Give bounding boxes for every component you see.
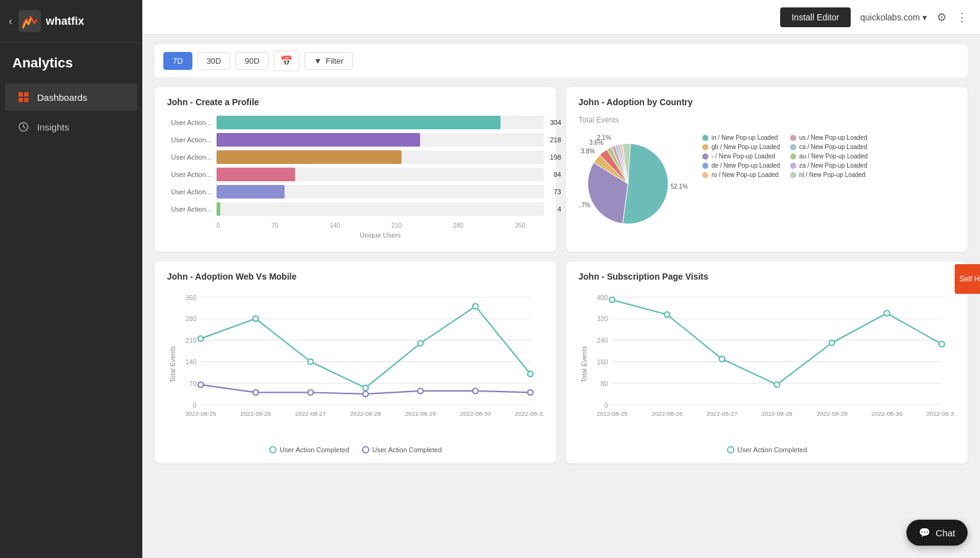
line-legend-dot (362, 446, 369, 453)
more-options-icon[interactable]: ⋮ (956, 11, 968, 24)
legend-item: au / New Pop-up Loaded (790, 153, 868, 160)
bar-track: 84 (217, 168, 544, 181)
self-help-tab[interactable]: Self Help ? (955, 264, 980, 294)
legend-label: ro / New Pop-up Loaded (711, 171, 778, 178)
legend-label: za / New Pop-up Loaded (799, 162, 867, 169)
bar-chart-title: John - Create a Profile (167, 97, 544, 107)
axis-tick: 140 (330, 222, 340, 229)
x-tick: 2022-08-31 (926, 410, 955, 417)
x-tick: 2022-08-26 (240, 410, 271, 417)
bar-axis: 070140210280350 (167, 222, 544, 229)
axis-tick: 350 (515, 222, 525, 229)
filter-button[interactable]: ▼ Filter (304, 52, 353, 70)
sidebar-item-label: Insights (37, 122, 69, 132)
legend-label: gb / New Pop-up Loaded (711, 144, 780, 150)
bar-value: 73 (554, 188, 561, 195)
domain-arrow: ▾ (922, 12, 927, 22)
data-point (308, 390, 314, 395)
line-legend-2: User Action Completed (578, 446, 955, 453)
legend-item: - / New Pop-up Loaded (702, 153, 780, 160)
bar-row: User Action... 4 (167, 202, 544, 216)
line-chart-1: 3502802101407002022-08-252022-08-262022-… (167, 290, 544, 453)
chat-icon: 💬 (919, 527, 931, 538)
main: Install Editor quickolabs.com ▾ ⚙ ⋮ 7D 3… (142, 0, 980, 558)
bar-label: User Action... (167, 153, 212, 161)
filter-icon: ▼ (314, 56, 322, 66)
sidebar-header: ‹ whatfix (0, 0, 142, 43)
legend-item: in / New Pop-up Loaded (702, 134, 780, 141)
legend-dot (790, 135, 796, 141)
legend-item: us / New Pop-up Loaded (790, 134, 868, 141)
legend-item: ro / New Pop-up Loaded (702, 171, 780, 178)
chat-button[interactable]: 💬 Chat (906, 520, 968, 546)
logo: whatfix (19, 10, 84, 32)
bar-row: User Action... 218 (167, 133, 544, 147)
bar-row: User Action... 73 (167, 185, 544, 199)
line-legend-label: User Action Completed (372, 446, 442, 453)
charts-grid: John - Create a Profile User Action... 3… (155, 87, 968, 463)
y-tick: 400 (597, 294, 608, 301)
sidebar-back-button[interactable]: ‹ (9, 15, 12, 28)
axis-tick: 210 (392, 222, 402, 229)
y-tick: 70 (189, 380, 197, 387)
svg-rect-4 (24, 98, 28, 102)
line-svg-1: 3502802101407002022-08-252022-08-262022-… (167, 290, 544, 439)
dashboards-icon (17, 91, 30, 103)
legend-label: - / New Pop-up Loaded (711, 153, 775, 160)
pie-chart-title: John - Adoption by Country (578, 97, 955, 107)
domain-label: quickolabs.com (861, 12, 921, 22)
domain-selector[interactable]: quickolabs.com ▾ (861, 12, 927, 22)
data-point (473, 304, 478, 309)
x-tick: 2022-08-26 (651, 410, 682, 417)
svg-rect-1 (19, 92, 23, 97)
legend-label: us / New Pop-up Loaded (799, 134, 867, 141)
legend-dot (790, 172, 796, 178)
time-7d-button[interactable]: 7D (163, 52, 192, 70)
pie-area: 52.1%31.7%2.1%3.6%3.8% in / New Pop-up L… (578, 128, 955, 242)
sidebar-item-insights[interactable]: Insights (5, 113, 137, 140)
data-point (664, 312, 670, 317)
bar-track: 73 (217, 185, 544, 199)
line-chart-2: 4003202401608002022-08-252022-08-262022-… (578, 290, 955, 453)
axis-tick: 0 (217, 222, 220, 229)
sidebar-item-dashboards[interactable]: Dashboards (5, 84, 137, 111)
data-point (473, 388, 478, 394)
y-axis-label: Total Events (580, 346, 588, 383)
line-chart-2-card: John - Subscription Page Visits 40032024… (566, 262, 968, 463)
sidebar-item-label: Dashboards (37, 92, 87, 103)
x-tick: 2022-08-27 (707, 410, 737, 417)
legend-item: gb / New Pop-up Loaded (702, 144, 780, 150)
x-tick: 2022-08-30 (460, 410, 491, 417)
install-editor-button[interactable]: Install Editor (780, 7, 850, 27)
line-legend-label: User Action Completed (737, 446, 807, 453)
y-axis-label: Total Events (169, 346, 176, 383)
legend-dot (790, 144, 796, 150)
svg-rect-3 (19, 98, 23, 102)
y-tick: 210 (186, 337, 197, 344)
data-point (253, 390, 259, 395)
bar-row: User Action... 84 (167, 168, 544, 181)
legend-item: de / New Pop-up Loaded (702, 162, 780, 169)
bar-row: User Action... 304 (167, 116, 544, 129)
time-30d-button[interactable]: 30D (197, 52, 231, 70)
data-point (363, 385, 368, 391)
x-tick: 2022-08-25 (596, 410, 628, 417)
bar-value: 218 (550, 136, 561, 144)
legend-label: in / New Pop-up Loaded (711, 134, 778, 141)
bar-fill (217, 168, 295, 181)
bar-track: 198 (217, 150, 544, 164)
time-90d-button[interactable]: 90D (235, 52, 269, 70)
settings-icon[interactable]: ⚙ (937, 11, 947, 24)
data-point (198, 336, 204, 341)
bar-value: 304 (550, 119, 561, 126)
y-tick: 320 (597, 315, 608, 322)
legend-item: nl / New Pop-up Loaded (790, 171, 868, 178)
bar-track: 218 (217, 133, 544, 147)
x-tick: 2022-08-28 (350, 410, 381, 417)
calendar-button[interactable]: 📅 (273, 51, 299, 71)
pie-label: 3.8% (581, 148, 595, 155)
x-tick: 2022-08-30 (871, 410, 903, 417)
line-legend-dot (727, 446, 734, 453)
bar-label: User Action... (167, 136, 212, 144)
data-point (774, 382, 780, 387)
